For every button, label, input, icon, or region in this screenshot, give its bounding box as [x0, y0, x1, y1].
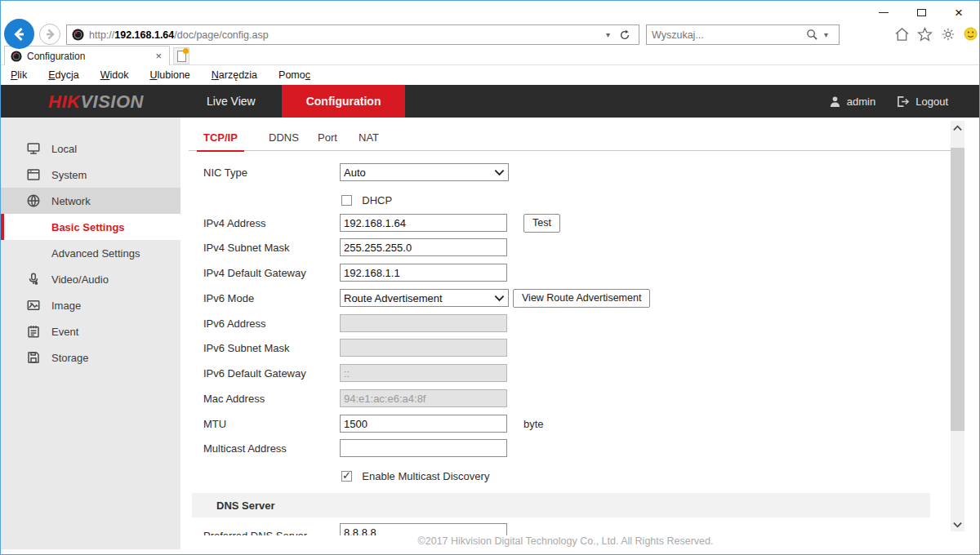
system-icon	[25, 166, 42, 183]
tab-close-icon[interactable]: ×	[154, 50, 163, 62]
site-favicon	[72, 29, 84, 41]
mac-address-label: Mac Address	[203, 393, 334, 405]
tab-tcpip[interactable]: TCP/IP	[197, 128, 244, 152]
title-bar: ×	[1, 1, 979, 24]
storage-icon	[25, 349, 42, 366]
row-nic-type: NIC Type Auto	[180, 162, 951, 182]
dhcp-checkbox[interactable]	[341, 195, 352, 206]
browser-tab-configuration[interactable]: Configuration ×	[4, 46, 170, 65]
scroll-down-button[interactable]	[951, 517, 964, 531]
sidebar-item-video-audio[interactable]: Video/Audio	[1, 266, 180, 292]
star-icon	[917, 27, 933, 42]
sidebar-item-image[interactable]: Image	[1, 292, 180, 318]
user-name: admin	[847, 95, 875, 108]
tab-nat[interactable]: NAT	[352, 128, 385, 150]
sidebar-item-basic-settings[interactable]: Basic Settings	[1, 214, 180, 240]
ipv4-subnet-input[interactable]	[340, 238, 507, 256]
mtu-label: MTU	[203, 418, 334, 430]
search-dropdown-caret-icon[interactable]: ▾	[818, 30, 834, 39]
tab-port[interactable]: Port	[311, 128, 344, 150]
row-mtu: MTU byte	[180, 414, 951, 433]
view-route-advertisement-button[interactable]: View Route Advertisement	[513, 289, 650, 308]
tab-ddns[interactable]: DDNS	[262, 128, 305, 150]
dns-server-section-header: DNS Server	[192, 493, 930, 517]
logout-icon	[897, 95, 910, 108]
ipv4-address-input[interactable]	[340, 214, 507, 232]
ipv6-gateway-input	[340, 364, 507, 382]
preferred-dns-input[interactable]	[340, 523, 507, 535]
chevron-down-icon	[494, 169, 505, 176]
multicast-input[interactable]	[340, 439, 507, 457]
url-dropdown-caret-icon[interactable]: ▾	[600, 30, 616, 39]
ipv6-mode-select[interactable]: Route Advertisement	[340, 289, 509, 307]
row-mac-address: Mac Address	[180, 388, 951, 408]
menu-narzedzia[interactable]: Narzędzia	[212, 69, 257, 81]
ipv4-gateway-label: IPv4 Default Gateway	[203, 267, 334, 279]
sidebar-item-system[interactable]: System	[1, 162, 180, 188]
browser-toolbar	[894, 26, 978, 42]
ipv4-gateway-input[interactable]	[340, 264, 507, 282]
multicast-discovery-checkbox[interactable]	[341, 471, 352, 482]
multicast-discovery-label: Enable Multicast Discovery	[362, 470, 489, 482]
new-tab-button[interactable]	[173, 47, 189, 64]
sidebar-item-advanced-settings[interactable]: Advanced Settings	[1, 240, 180, 266]
row-ipv6-address: IPv6 Address	[180, 313, 951, 333]
menu-ulubione[interactable]: Ulubione	[149, 69, 189, 81]
chevron-up-icon	[953, 125, 962, 131]
menu-edycja[interactable]: Edycja	[48, 69, 79, 81]
minimize-button[interactable]	[865, 1, 902, 24]
user-indicator: admin	[829, 95, 875, 108]
row-ipv6-mode: IPv6 Mode Route Advertisement View Route…	[180, 288, 951, 308]
sidebar-item-event[interactable]: Event	[1, 318, 180, 344]
home-icon	[894, 27, 910, 42]
maximize-icon	[917, 9, 926, 16]
menu-pomoc[interactable]: Pomoc	[278, 69, 310, 81]
dhcp-label: DHCP	[362, 194, 392, 206]
favorites-button[interactable]	[917, 26, 933, 42]
logout-label: Logout	[915, 95, 948, 108]
test-button[interactable]: Test	[523, 214, 560, 233]
search-box[interactable]: ▾	[646, 24, 840, 45]
sidebar: Local System Network Basic Settings Adva…	[1, 118, 180, 549]
settings-button[interactable]	[940, 26, 956, 42]
window-controls: ×	[865, 1, 978, 24]
content-tabs: TCP/IP DDNS Port NAT	[189, 128, 951, 151]
search-input[interactable]	[652, 29, 806, 41]
page-scrollbar[interactable]	[951, 121, 964, 531]
close-button[interactable]: ×	[940, 1, 978, 24]
back-button[interactable]	[4, 19, 34, 49]
sidebar-item-local[interactable]: Local	[1, 135, 180, 162]
preferred-dns-label: Preferred DNS Server	[203, 530, 334, 536]
search-icon[interactable]	[806, 29, 818, 41]
app-nav: Live View Configuration	[180, 85, 405, 118]
nav-configuration[interactable]: Configuration	[282, 85, 406, 118]
refresh-button[interactable]	[616, 29, 634, 41]
logout-button[interactable]: Logout	[897, 95, 948, 108]
sidebar-item-network[interactable]: Network	[1, 188, 180, 214]
nav-live-view[interactable]: Live View	[180, 85, 282, 118]
ipv6-subnet-label: IPv6 Subnet Mask	[203, 342, 334, 354]
globe-icon	[25, 193, 42, 209]
mtu-input[interactable]	[340, 415, 507, 433]
home-button[interactable]	[894, 26, 910, 42]
menu-widok[interactable]: Widok	[100, 69, 129, 81]
minimize-icon	[879, 12, 889, 13]
row-multicast: Multicast Address	[180, 438, 951, 458]
scroll-up-button[interactable]	[951, 121, 964, 135]
new-tab-icon	[177, 51, 186, 62]
row-ipv4-subnet: IPv4 Subnet Mask	[180, 238, 951, 257]
monitor-icon	[25, 140, 42, 157]
nic-type-label: NIC Type	[203, 166, 334, 179]
maximize-button[interactable]	[902, 1, 940, 24]
menu-plik[interactable]: Plik	[11, 69, 27, 81]
forward-button[interactable]	[39, 24, 60, 45]
scrollbar-thumb[interactable]	[951, 148, 964, 431]
copyright-footer: ©2017 Hikvision Digital Technology Co., …	[180, 535, 951, 547]
address-bar[interactable]: http://192.168.1.64/doc/page/config.asp …	[66, 24, 639, 45]
header-right: admin Logout	[829, 85, 948, 118]
sidebar-item-storage[interactable]: Storage	[1, 344, 180, 371]
feedback-button[interactable]	[963, 26, 978, 42]
nic-type-select[interactable]: Auto	[340, 163, 509, 181]
row-multicast-discovery: Enable Multicast Discovery	[180, 466, 951, 486]
ipv6-subnet-input	[340, 339, 507, 357]
